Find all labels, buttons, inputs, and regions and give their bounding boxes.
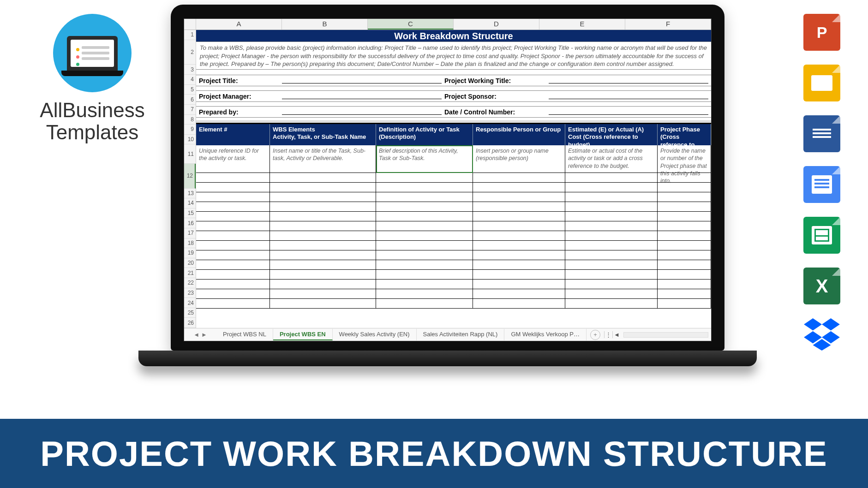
table-cell[interactable] xyxy=(565,212,658,221)
table-cell[interactable] xyxy=(473,260,565,270)
row-number[interactable]: 2 xyxy=(184,40,196,65)
row-number[interactable]: 13 xyxy=(184,189,196,199)
table-cell[interactable] xyxy=(196,289,270,299)
table-cell[interactable] xyxy=(270,299,376,309)
table-cell[interactable] xyxy=(473,250,565,260)
table-cell[interactable] xyxy=(196,241,270,250)
table-cell[interactable] xyxy=(565,260,658,270)
table-hint-cell[interactable]: Estimate or actual cost of the activity … xyxy=(565,145,658,173)
row-number[interactable]: 1 xyxy=(184,30,196,40)
table-cell[interactable] xyxy=(376,289,473,299)
table-cell[interactable] xyxy=(270,241,376,250)
table-cell[interactable] xyxy=(196,280,270,289)
row-number[interactable]: 20 xyxy=(184,258,196,268)
table-cell[interactable] xyxy=(376,299,473,309)
row-number[interactable]: 22 xyxy=(184,278,196,288)
table-cell[interactable] xyxy=(658,250,711,260)
sheet-tab[interactable]: Sales Activiteiten Rapp (NL) xyxy=(417,329,505,340)
table-cell[interactable] xyxy=(565,221,658,231)
row-number[interactable]: 16 xyxy=(184,218,196,228)
table-cell[interactable] xyxy=(270,270,376,280)
meta-input-right[interactable] xyxy=(549,76,708,83)
table-cell[interactable] xyxy=(658,202,711,212)
row-number[interactable]: 10 xyxy=(184,135,196,145)
table-cell[interactable] xyxy=(473,212,565,221)
table-cell[interactable] xyxy=(196,183,270,192)
table-cell[interactable] xyxy=(565,183,658,192)
table-cell[interactable] xyxy=(658,289,711,299)
column-header[interactable]: C xyxy=(368,19,454,30)
row-number[interactable]: 19 xyxy=(184,248,196,258)
row-number[interactable]: 11 xyxy=(184,144,196,163)
horizontal-scrollbar[interactable] xyxy=(623,332,708,338)
table-cell[interactable] xyxy=(196,250,270,260)
table-cell[interactable] xyxy=(196,299,270,309)
table-cell[interactable] xyxy=(473,173,565,183)
table-cell[interactable] xyxy=(658,280,711,289)
row-number[interactable]: 15 xyxy=(184,208,196,219)
tab-scroll-left-icon[interactable]: ⋮ xyxy=(604,331,612,338)
table-cell[interactable] xyxy=(196,173,270,183)
sheet-tab[interactable]: GM Weklijks Verkoop P… xyxy=(504,329,587,340)
table-cell[interactable] xyxy=(376,221,473,231)
table-cell[interactable] xyxy=(270,289,376,299)
table-cell[interactable] xyxy=(376,202,473,212)
table-cell[interactable] xyxy=(376,241,473,250)
table-cell[interactable] xyxy=(473,231,565,241)
table-cell[interactable] xyxy=(376,231,473,241)
table-hint-cell[interactable]: Brief description of this Activity, Task… xyxy=(376,145,473,173)
table-cell[interactable] xyxy=(473,202,565,212)
row-number[interactable]: 6 xyxy=(184,95,196,105)
table-cell[interactable] xyxy=(473,241,565,250)
row-number[interactable]: 9 xyxy=(184,125,196,135)
meta-input-left[interactable] xyxy=(282,76,442,83)
table-cell[interactable] xyxy=(473,270,565,280)
row-number[interactable]: 3 xyxy=(184,65,196,75)
table-hint-cell[interactable]: Unique reference ID for the activity or … xyxy=(196,145,270,173)
table-hint-cell[interactable]: Provide the name or number of the Projec… xyxy=(658,145,711,173)
table-cell[interactable] xyxy=(196,202,270,212)
table-cell[interactable] xyxy=(658,241,711,250)
table-cell[interactable] xyxy=(565,250,658,260)
table-cell[interactable] xyxy=(270,212,376,221)
row-number[interactable]: 23 xyxy=(184,288,196,298)
table-cell[interactable] xyxy=(473,299,565,309)
table-cell[interactable] xyxy=(565,270,658,280)
table-hint-cell[interactable]: Insert person or group name (responsible… xyxy=(473,145,565,173)
sheet-tab[interactable]: Project WBS NL xyxy=(216,329,273,340)
table-cell[interactable] xyxy=(270,202,376,212)
row-number[interactable]: 12 xyxy=(184,164,196,189)
table-cell[interactable] xyxy=(473,221,565,231)
table-cell[interactable] xyxy=(658,221,711,231)
row-number[interactable]: 14 xyxy=(184,198,196,208)
row-number[interactable]: 4 xyxy=(184,75,196,85)
table-cell[interactable] xyxy=(376,260,473,270)
table-cell[interactable] xyxy=(658,212,711,221)
table-cell[interactable] xyxy=(270,192,376,202)
tab-scroll-thumb-icon[interactable]: ◄ xyxy=(612,331,621,338)
row-number[interactable]: 26 xyxy=(184,318,196,328)
table-cell[interactable] xyxy=(565,231,658,241)
meta-input-left[interactable] xyxy=(282,92,442,99)
table-cell[interactable] xyxy=(196,192,270,202)
table-cell[interactable] xyxy=(565,173,658,183)
table-cell[interactable] xyxy=(376,192,473,202)
table-cell[interactable] xyxy=(658,260,711,270)
table-hint-cell[interactable]: Insert name or title of the Task, Sub-ta… xyxy=(270,145,376,173)
meta-input-right[interactable] xyxy=(549,92,708,99)
column-header[interactable]: B xyxy=(282,19,368,30)
column-header[interactable]: F xyxy=(625,19,711,30)
table-cell[interactable] xyxy=(376,183,473,192)
table-cell[interactable] xyxy=(270,231,376,241)
table-cell[interactable] xyxy=(270,221,376,231)
add-sheet-button[interactable]: + xyxy=(590,330,600,340)
table-cell[interactable] xyxy=(658,192,711,202)
table-cell[interactable] xyxy=(565,202,658,212)
table-cell[interactable] xyxy=(376,173,473,183)
table-cell[interactable] xyxy=(376,280,473,289)
table-cell[interactable] xyxy=(270,183,376,192)
table-cell[interactable] xyxy=(270,250,376,260)
row-number[interactable]: 5 xyxy=(184,85,196,95)
row-number[interactable]: 8 xyxy=(184,115,196,125)
row-number[interactable]: 7 xyxy=(184,105,196,115)
